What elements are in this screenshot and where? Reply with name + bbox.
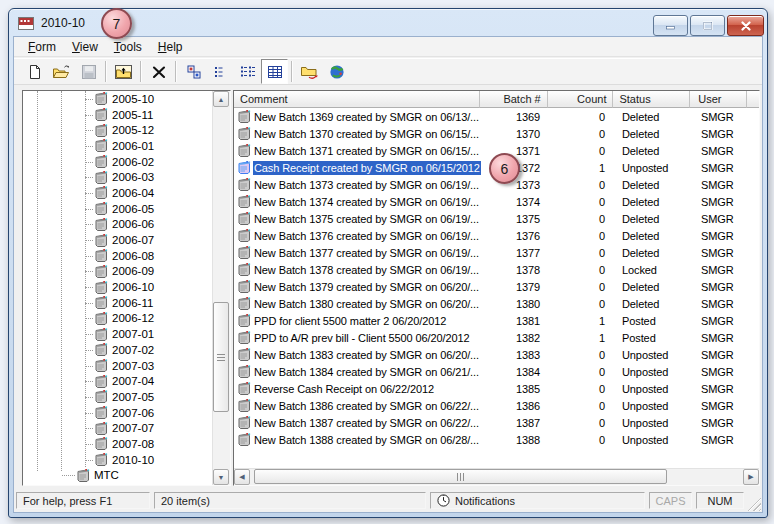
count-cell: 0 [549,230,615,242]
tree-item-2010-10[interactable]: 2010-10 [23,452,213,468]
count-cell: 0 [549,383,615,395]
list-row-1384[interactable]: New Batch 1384 created by SMGR on 06/21/… [234,363,759,380]
tree-item-2005-11[interactable]: 2005-11 [23,107,213,123]
list-row-1382[interactable]: PPD to A/R prev bill - Client 5500 06/20… [234,329,759,346]
batch-icon [93,154,109,169]
list-row-1369[interactable]: New Batch 1369 created by SMGR on 06/13/… [234,108,759,125]
tree-item-2007-04[interactable]: 2007-04 [23,373,213,389]
up-one-level-button[interactable] [110,59,137,84]
comment-text: New Batch 1369 created by SMGR on 06/13/… [253,110,481,124]
list-row-1385[interactable]: Reverse Cash Receipt on 06/22/201213850U… [234,380,759,397]
list-row-1376[interactable]: New Batch 1376 created by SMGR on 06/19/… [234,227,759,244]
scroll-up-button[interactable]: ▲ [213,91,229,107]
menu-form[interactable]: Form [20,38,64,56]
internet-button[interactable] [323,59,350,84]
tree-item-2006-11[interactable]: 2006-11 [23,295,213,311]
batch-number-cell: 1369 [481,111,549,123]
column-header-status[interactable]: Status [613,91,690,108]
menu-view[interactable]: View [64,38,106,56]
tree-item-mtc[interactable]: MTC [23,468,213,484]
tree-item-2006-12[interactable]: 2006-12 [23,311,213,327]
minimize-button[interactable] [653,15,688,36]
multi-list-view-button[interactable] [234,59,261,84]
comment-text: New Batch 1376 created by SMGR on 06/19/… [253,229,481,243]
scroll-right-button[interactable]: ▶ [743,469,759,485]
tree-item-2006-03[interactable]: 2006-03 [23,169,213,185]
details-view-icon [267,64,283,80]
tree-item-2006-02[interactable]: 2006-02 [23,154,213,170]
tree-item-2007-05[interactable]: 2007-05 [23,389,213,405]
post-folder-button[interactable] [296,59,323,84]
list-row-1375[interactable]: New Batch 1375 created by SMGR on 06/19/… [234,210,759,227]
batch-number-cell: 1387 [481,417,549,429]
multi-list-view-icon [240,64,256,80]
menu-tools[interactable]: Tools [106,38,150,56]
batch-icon [93,170,109,185]
column-header-comment[interactable]: Comment [234,91,480,108]
tree-vertical-scrollbar[interactable]: ▲ ▼ [212,91,230,485]
scroll-down-button[interactable]: ▼ [213,469,229,485]
tree-item-2006-08[interactable]: 2006-08 [23,248,213,264]
status-cell: Deleted [615,179,692,191]
tree-item-label: 2007-05 [112,391,154,403]
list-row-1374[interactable]: New Batch 1374 created by SMGR on 06/19/… [234,193,759,210]
tree-item-label: 2007-01 [112,328,154,340]
new-document-button[interactable] [21,59,48,84]
tree-item-2006-04[interactable]: 2006-04 [23,185,213,201]
column-header-count[interactable]: Count [548,91,614,108]
maximize-button[interactable] [690,15,725,36]
list-row-1370[interactable]: New Batch 1370 created by SMGR on 06/15/… [234,125,759,142]
tree-item-2006-09[interactable]: 2006-09 [23,264,213,280]
list-row-1383[interactable]: New Batch 1383 created by SMGR on 06/20/… [234,346,759,363]
tree-item-2007-08[interactable]: 2007-08 [23,436,213,452]
list-row-1381[interactable]: PPD for client 5500 matter 2 06/20/20121… [234,312,759,329]
tree-item-2007-06[interactable]: 2007-06 [23,405,213,421]
small-icons-view-icon [186,64,202,80]
list-horizontal-scrollbar[interactable]: ◀ ▶ [234,468,759,485]
menu-help[interactable]: Help [150,38,191,56]
tree-item-2006-10[interactable]: 2006-10 [23,279,213,295]
list-row-1379[interactable]: New Batch 1379 created by SMGR on 06/20/… [234,278,759,295]
details-view-button[interactable] [261,59,288,84]
scrollbar-thumb[interactable] [254,469,667,484]
tree-item-2006-05[interactable]: 2006-05 [23,201,213,217]
comment-text: New Batch 1374 created by SMGR on 06/19/… [253,195,481,209]
tree-item-2007-02[interactable]: 2007-02 [23,342,213,358]
comment-text: New Batch 1380 created by SMGR on 06/20/… [253,297,481,311]
column-header-user[interactable]: User [690,91,747,108]
count-cell: 0 [549,145,615,157]
tree-item-2006-01[interactable]: 2006-01 [23,138,213,154]
delete-button[interactable] [145,59,172,84]
small-icons-view-button[interactable] [180,59,207,84]
tree-item-2007-07[interactable]: 2007-07 [23,420,213,436]
comment-cell: New Batch 1369 created by SMGR on 06/13/… [253,110,481,124]
close-button[interactable] [727,15,764,36]
save-button[interactable] [75,59,102,84]
tree-connector [85,444,93,445]
list-row-1386[interactable]: New Batch 1386 created by SMGR on 06/22/… [234,397,759,414]
list-row-1388[interactable]: New Batch 1388 created by SMGR on 06/28/… [234,431,759,448]
list-row-1387[interactable]: New Batch 1387 created by SMGR on 06/22/… [234,414,759,431]
comment-cell: New Batch 1374 created by SMGR on 06/19/… [253,195,481,209]
batch-icon [234,160,253,175]
tree-item-2005-10[interactable]: 2005-10 [23,91,213,107]
tree-item-2006-07[interactable]: 2006-07 [23,232,213,248]
tree-item-2007-01[interactable]: 2007-01 [23,326,213,342]
scrollbar-thumb[interactable] [213,302,229,412]
list-row-1378[interactable]: New Batch 1378 created by SMGR on 06/19/… [234,261,759,278]
count-cell: 0 [549,281,615,293]
list-row-1377[interactable]: New Batch 1377 created by SMGR on 06/19/… [234,244,759,261]
tree-item-2005-12[interactable]: 2005-12 [23,122,213,138]
tree-item-2007-03[interactable]: 2007-03 [23,358,213,374]
resize-grip[interactable] [747,497,761,511]
list-view-button[interactable] [207,59,234,84]
comment-cell: New Batch 1383 created by SMGR on 06/20/… [253,348,481,362]
batch-number-cell: 1379 [481,281,549,293]
scroll-left-button[interactable]: ◀ [234,469,250,485]
comment-cell: New Batch 1384 created by SMGR on 06/21/… [253,365,481,379]
column-header-batch[interactable]: Batch # [480,91,548,108]
list-row-1380[interactable]: New Batch 1380 created by SMGR on 06/20/… [234,295,759,312]
tree-item-2006-06[interactable]: 2006-06 [23,217,213,233]
main-area: 2005-102005-112005-122006-012006-022006-… [14,85,762,490]
open-button[interactable] [48,59,75,84]
